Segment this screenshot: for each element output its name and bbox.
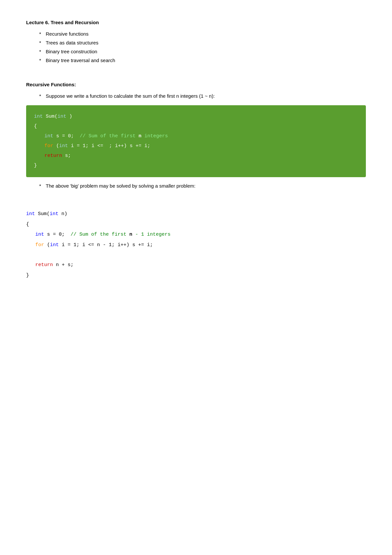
code-comment-2: integers bbox=[141, 133, 168, 139]
kw2-int-1: int bbox=[26, 211, 35, 217]
recursive-intro-bullets: Suppose we write a function to calculate… bbox=[39, 92, 366, 100]
code2-comment-1: // Sum of the first bbox=[71, 232, 129, 237]
code-sum-1: Sum( bbox=[43, 114, 57, 119]
kw2-return: return bbox=[35, 262, 53, 268]
code2-arg: n) bbox=[58, 211, 67, 217]
code-return-s: s; bbox=[62, 153, 71, 159]
bullet-4: Binary tree traversal and search bbox=[39, 58, 366, 63]
bullet-1: Recursive functions bbox=[39, 31, 366, 37]
code2-n-bold: n bbox=[129, 232, 132, 237]
code-for-paren: ( bbox=[53, 143, 59, 149]
code2-line-4: for (int i = 1; i <= n - 1; i++) s += i; bbox=[26, 240, 366, 250]
code2-line-5-blank bbox=[26, 250, 366, 260]
kw2-for: for bbox=[35, 242, 44, 248]
code-block-green: int Sum(int ) { int s = 0; // Sum of the… bbox=[26, 105, 366, 177]
lecture-bullets: Recursive functions Trees as data struct… bbox=[39, 31, 366, 63]
kw-return-1: return bbox=[44, 153, 62, 159]
code2-line-3: int s = 0; // Sum of the first n - 1 int… bbox=[26, 229, 366, 240]
kw-for-1: for bbox=[44, 143, 53, 149]
code2-line-2: { bbox=[26, 219, 366, 230]
kw-int-2: int bbox=[57, 114, 66, 119]
code-line-6: } bbox=[34, 161, 358, 171]
code2-comment-2: - 1 integers bbox=[132, 232, 171, 237]
kw-int-1: int bbox=[34, 114, 43, 119]
code-brace-close: } bbox=[34, 163, 37, 168]
code2-line-5: return n + s; bbox=[26, 260, 366, 270]
code-s-assign: s = 0; bbox=[53, 133, 80, 139]
code2-line-1: int Sum(int n) bbox=[26, 209, 366, 219]
code2-sum: Sum( bbox=[35, 211, 50, 217]
above-bullet-list: The above 'big' problem may be solved by… bbox=[39, 182, 366, 190]
code2-brace-close: } bbox=[26, 273, 29, 278]
code2-return-ns: n + s; bbox=[53, 262, 74, 268]
code2-line-6: } bbox=[26, 270, 366, 281]
kw2-int-3: int bbox=[35, 232, 44, 237]
code2-s-assign: s = 0; bbox=[44, 232, 71, 237]
code-comment-1: // Sum of the first bbox=[80, 133, 139, 139]
recursive-intro-bullet: Suppose we write a function to calculate… bbox=[39, 92, 366, 100]
lecture-title: Lecture 6. Trees and Recursion bbox=[26, 20, 366, 25]
code2-for-paren: ( bbox=[44, 242, 50, 248]
above-bullet: The above 'big' problem may be solved by… bbox=[39, 182, 366, 190]
code-for-body: i = 1; i <= ; i++) s += i; bbox=[68, 143, 150, 149]
bullet-2: Trees as data structures bbox=[39, 40, 366, 45]
kw2-int-2: int bbox=[50, 211, 58, 217]
kw-int-3: int bbox=[44, 133, 53, 139]
code-line-1: int Sum(int ) bbox=[34, 112, 358, 122]
code-line-2: { bbox=[34, 122, 358, 131]
code-block-white: int Sum(int n) { int s = 0; // Sum of th… bbox=[26, 206, 366, 284]
code-line-5: return s; bbox=[34, 151, 358, 161]
kw-int-4: int bbox=[59, 143, 68, 149]
bullet-3: Binary tree construction bbox=[39, 49, 366, 54]
code2-for-body: i = 1; i <= n - 1; i++) s += i; bbox=[59, 242, 153, 248]
code-brace-open: { bbox=[34, 124, 37, 129]
code-n-bold: n bbox=[139, 133, 141, 139]
code-line-4: for (int i = 1; i <= ; i++) s += i; bbox=[34, 141, 358, 151]
code2-brace-open: { bbox=[26, 222, 29, 227]
recursive-functions-title: Recursive Functions: bbox=[26, 82, 366, 87]
kw2-int-4: int bbox=[50, 242, 59, 248]
code-line-3: int s = 0; // Sum of the first n integer… bbox=[34, 131, 358, 141]
code-arg-1: ) bbox=[66, 114, 72, 119]
